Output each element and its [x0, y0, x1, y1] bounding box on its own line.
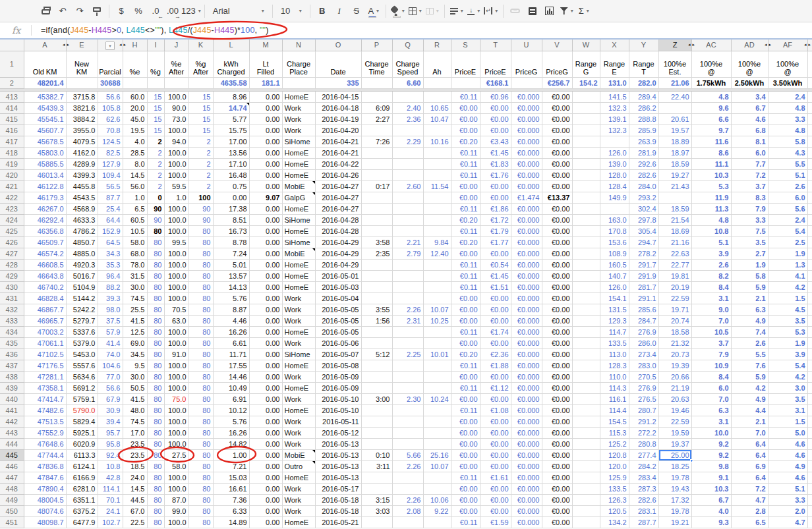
cell[interactable]: 3:11 [361, 460, 392, 472]
cell[interactable] [361, 438, 392, 449]
summary-cell[interactable]: €256.7 [542, 77, 572, 88]
row-header[interactable]: 2 [0, 77, 24, 88]
summary-cell[interactable] [511, 77, 542, 88]
cell[interactable]: 2.26 [392, 494, 423, 505]
cell[interactable]: 17.32 [658, 494, 691, 505]
cell[interactable]: 100.0 [164, 416, 188, 427]
cell[interactable]: 100.0 [164, 203, 188, 214]
cell[interactable]: 20.19 [658, 281, 691, 292]
cell[interactable]: 2.4 [768, 214, 807, 225]
cell[interactable]: 25.5 [123, 304, 147, 315]
cell[interactable] [392, 326, 423, 337]
row-header[interactable]: 450 [0, 505, 24, 516]
cell[interactable] [392, 483, 423, 494]
cell[interactable]: 154.5 [600, 416, 629, 427]
cell[interactable]: €1.79 [480, 225, 511, 237]
cell[interactable]: 8.1 [731, 136, 768, 147]
cell[interactable] [392, 427, 423, 438]
cell[interactable] [807, 214, 812, 225]
cell[interactable]: 284.0 [629, 181, 658, 192]
cell[interactable]: 4.2 [768, 281, 807, 292]
column-header-I[interactable]: I [147, 40, 164, 51]
cell[interactable]: 284.2 [629, 460, 658, 472]
cell[interactable]: €0.000 [511, 337, 542, 348]
cell[interactable]: 3884.2 [66, 113, 98, 125]
cell[interactable]: 2016-04-28 [315, 214, 361, 225]
cell[interactable]: 153.6 [600, 237, 629, 248]
cell[interactable]: 0.00 [249, 113, 282, 125]
cell[interactable] [392, 360, 423, 371]
cell[interactable]: 48.0 [123, 404, 147, 416]
cell[interactable]: 3.5 [768, 315, 807, 326]
cell[interactable]: Work [282, 427, 315, 438]
cell[interactable]: 5.1 [768, 483, 807, 494]
cell[interactable]: 2016-05-06 [315, 337, 361, 348]
cell[interactable]: 285.6 [629, 304, 658, 315]
cell[interactable]: 2 [147, 158, 164, 169]
cell[interactable]: €0.00 [542, 169, 572, 181]
row-header[interactable]: 1 [0, 51, 24, 77]
cell[interactable]: €0.00 [480, 460, 511, 472]
cell[interactable]: 5.77 [213, 113, 249, 125]
cell[interactable]: 2016-05-13 [315, 449, 361, 460]
cell[interactable]: €0.00 [542, 326, 572, 337]
summary-cell[interactable]: 131.0 [600, 77, 629, 88]
cell[interactable] [423, 270, 451, 281]
row-header[interactable]: 434 [0, 326, 24, 337]
cell[interactable]: 2:35 [361, 248, 392, 259]
cell[interactable]: 2016-05-09 [315, 371, 361, 382]
cell[interactable]: 5.4 [768, 360, 807, 371]
cell[interactable]: €0.00 [480, 483, 511, 494]
cell[interactable] [423, 259, 451, 270]
cell[interactable]: 25.4 [98, 203, 123, 214]
cell[interactable]: 1.00 [213, 449, 249, 460]
cell[interactable]: 20.66 [658, 371, 691, 382]
cell[interactable]: 0.00 [249, 91, 282, 102]
cell[interactable]: 80 [147, 382, 164, 393]
cell[interactable]: 10.01 [423, 348, 451, 360]
cell[interactable] [807, 102, 812, 113]
cell[interactable]: 133.5 [600, 337, 629, 348]
cell[interactable]: 18.58 [658, 326, 691, 337]
cell[interactable]: 95.8 [98, 438, 123, 449]
cell[interactable] [807, 337, 812, 348]
cell[interactable] [423, 483, 451, 494]
cell[interactable]: 3:03 [361, 505, 392, 516]
cell[interactable]: 282.6 [629, 169, 658, 181]
cell[interactable]: 1.3 [768, 259, 807, 270]
filter-dropdown-icon[interactable]: ▾ [105, 42, 115, 50]
cell[interactable]: 41.5 [123, 315, 147, 326]
cell[interactable]: 10.5 [691, 326, 731, 337]
cell[interactable]: 14.46 [213, 371, 249, 382]
cell[interactable] [807, 438, 812, 449]
cell[interactable]: 5.6 [768, 203, 807, 214]
cell[interactable]: Work [282, 494, 315, 505]
cell[interactable]: 3.5 [768, 393, 807, 404]
cell[interactable]: 4162.0 [66, 147, 98, 158]
cell[interactable]: €0.11 [451, 270, 480, 281]
cell[interactable]: 4633.3 [66, 214, 98, 225]
cell[interactable]: 100.0 [164, 483, 188, 494]
column-header-H[interactable]: H▸ [123, 40, 147, 51]
row-header[interactable]: 432 [0, 304, 24, 315]
column-header-M[interactable]: M [249, 40, 282, 51]
cell[interactable]: 5.3 [768, 326, 807, 337]
cell[interactable]: 291.2 [629, 416, 658, 427]
cell[interactable]: 0.00 [249, 483, 282, 494]
cell[interactable]: 90 [188, 203, 213, 214]
cell[interactable]: 2016-04-20 [315, 125, 361, 136]
cell[interactable] [807, 237, 812, 248]
row-header[interactable]: 445 [0, 449, 24, 460]
cell[interactable]: 291.1 [629, 292, 658, 304]
cell[interactable]: 80 [147, 460, 164, 472]
cell[interactable]: €0.000 [511, 147, 542, 158]
header-cell[interactable]: Ah [423, 51, 451, 77]
cell[interactable]: 88.2 [98, 281, 123, 292]
cell[interactable]: 0.00 [249, 427, 282, 438]
cell[interactable]: 12.5 [123, 326, 147, 337]
cell[interactable] [392, 281, 423, 292]
row-header[interactable]: 449 [0, 494, 24, 505]
cell[interactable]: 114.3 [600, 382, 629, 393]
cell[interactable]: €0.00 [542, 348, 572, 360]
cell[interactable]: 47552.9 [24, 427, 66, 438]
